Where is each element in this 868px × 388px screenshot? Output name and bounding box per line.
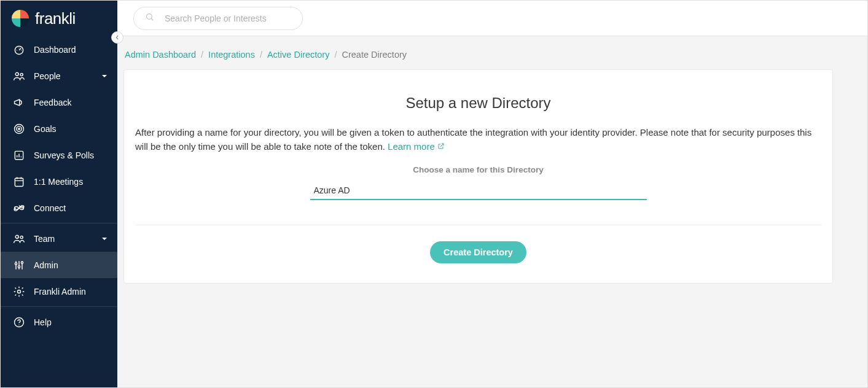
divider	[135, 225, 821, 225]
sidebar: frankli Dashboard People	[1, 1, 117, 387]
sidebar-item-label: People	[34, 71, 101, 81]
gear-icon	[12, 285, 26, 298]
target-icon	[12, 123, 26, 135]
sliders-icon	[12, 259, 26, 271]
sidebar-item-admin[interactable]: Admin	[1, 252, 117, 278]
sidebar-item-label: Feedback	[34, 98, 117, 107]
svg-point-9	[20, 236, 23, 238]
sidebar-item-label: Goals	[34, 124, 117, 134]
search-input[interactable]	[163, 13, 291, 24]
megaphone-icon	[12, 96, 26, 109]
breadcrumb-separator: /	[201, 50, 203, 60]
svg-point-11	[18, 265, 20, 267]
svg-point-15	[18, 324, 19, 325]
directory-name-input[interactable]	[310, 182, 647, 200]
sidebar-item-dashboard[interactable]: Dashboard	[1, 36, 117, 63]
card-title: Setup a new Directory	[135, 95, 821, 112]
content: Admin Dashboard / Integrations / Active …	[117, 36, 867, 302]
people-icon	[12, 70, 26, 82]
svg-point-1	[15, 72, 18, 76]
brand-mark-icon	[12, 10, 29, 27]
svg-point-12	[21, 262, 23, 263]
sidebar-item-label: Frankli Admin	[34, 287, 117, 297]
calendar-icon	[12, 176, 26, 188]
sidebar-item-meetings[interactable]: 1:1 Meetings	[1, 168, 117, 195]
create-directory-card: Setup a new Directory After providing a …	[123, 69, 833, 284]
card-description-text: After providing a name for your director…	[135, 127, 811, 152]
nav-separator	[1, 306, 117, 307]
sidebar-item-label: Admin	[34, 260, 117, 270]
sidebar-item-label: Help	[34, 317, 117, 327]
sidebar-item-goals[interactable]: Goals	[1, 115, 117, 142]
svg-point-5	[18, 128, 20, 130]
chevron-down-icon	[101, 73, 108, 79]
global-search[interactable]	[133, 7, 303, 30]
barchart-icon	[12, 149, 26, 161]
breadcrumb-current: Create Directory	[342, 50, 407, 60]
learn-more-link[interactable]: Learn more	[388, 139, 445, 153]
create-directory-button[interactable]: Create Directory	[430, 241, 526, 263]
svg-point-13	[18, 290, 21, 293]
directory-name-label: Choose a name for this Directory	[135, 165, 821, 174]
people-icon	[12, 233, 26, 245]
nav-separator	[1, 223, 117, 223]
external-link-icon	[437, 139, 445, 153]
sidebar-collapse-button[interactable]	[111, 31, 123, 44]
breadcrumb: Admin Dashboard / Integrations / Active …	[123, 46, 833, 69]
sidebar-nav: Dashboard People Feedback	[1, 36, 117, 335]
svg-point-8	[15, 235, 18, 238]
breadcrumb-link[interactable]: Admin Dashboard	[125, 50, 196, 60]
card-description: After providing a name for your director…	[135, 125, 821, 154]
sidebar-item-surveys[interactable]: Surveys & Polls	[1, 142, 117, 168]
sidebar-item-help[interactable]: Help	[1, 309, 117, 335]
svg-rect-7	[15, 178, 23, 186]
svg-point-2	[20, 73, 23, 76]
svg-point-3	[15, 124, 24, 133]
sidebar-item-people[interactable]: People	[1, 63, 117, 89]
learn-more-label: Learn more	[388, 139, 435, 153]
breadcrumb-link[interactable]: Active Directory	[267, 50, 330, 60]
svg-point-4	[17, 126, 22, 131]
sidebar-item-feedback[interactable]: Feedback	[1, 89, 117, 115]
sidebar-item-label: Connect	[34, 203, 117, 213]
topbar	[117, 1, 867, 36]
sidebar-item-label: Surveys & Polls	[34, 150, 117, 160]
brand-name: frankli	[35, 9, 76, 28]
breadcrumb-separator: /	[260, 50, 262, 60]
chevron-left-icon	[115, 35, 120, 40]
sidebar-item-frankli-admin[interactable]: Frankli Admin	[1, 278, 117, 305]
main-area: Admin Dashboard / Integrations / Active …	[117, 1, 867, 387]
sidebar-item-team[interactable]: Team	[1, 225, 117, 252]
breadcrumb-separator: /	[334, 50, 337, 60]
sidebar-item-label: Team	[34, 234, 101, 244]
sidebar-item-label: 1:1 Meetings	[34, 177, 117, 187]
brand-logo[interactable]: frankli	[1, 1, 117, 36]
chevron-down-icon	[101, 236, 108, 242]
svg-point-16	[147, 14, 152, 20]
question-icon	[12, 316, 26, 328]
gauge-icon	[12, 44, 26, 56]
breadcrumb-link[interactable]: Integrations	[208, 50, 255, 60]
directory-name-field: Choose a name for this Directory	[135, 165, 821, 200]
sidebar-item-connect[interactable]: Connect	[1, 195, 117, 221]
search-icon	[145, 12, 155, 24]
sidebar-item-label: Dashboard	[34, 45, 117, 55]
infinity-icon	[12, 202, 26, 214]
svg-point-10	[15, 262, 17, 264]
